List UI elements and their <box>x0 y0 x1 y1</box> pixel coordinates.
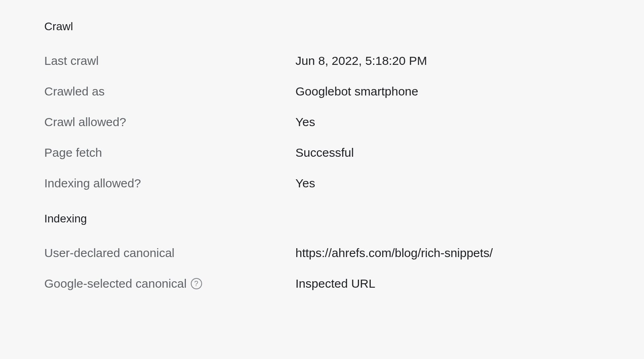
help-icon[interactable]: ? <box>191 278 202 289</box>
crawl-section: Crawl Last crawl Jun 8, 2022, 5:18:20 PM… <box>44 20 600 190</box>
user-declared-canonical-value: https://ahrefs.com/blog/rich-snippets/ <box>295 246 493 260</box>
indexing-allowed-label: Indexing allowed? <box>44 176 295 190</box>
crawled-as-value: Googlebot smartphone <box>295 85 418 98</box>
page-fetch-value: Successful <box>295 146 354 160</box>
crawl-heading: Crawl <box>44 20 600 33</box>
user-declared-canonical-label: User-declared canonical <box>44 246 295 260</box>
page-fetch-label: Page fetch <box>44 146 295 160</box>
indexing-section: Indexing User-declared canonical https:/… <box>44 212 600 291</box>
indexing-allowed-value: Yes <box>295 176 315 190</box>
last-crawl-row: Last crawl Jun 8, 2022, 5:18:20 PM <box>44 54 600 68</box>
last-crawl-value: Jun 8, 2022, 5:18:20 PM <box>295 54 427 68</box>
google-selected-canonical-label: Google-selected canonical ? <box>44 277 295 291</box>
crawled-as-label: Crawled as <box>44 85 295 98</box>
crawl-allowed-value: Yes <box>295 115 315 129</box>
google-selected-canonical-label-text: Google-selected canonical <box>44 277 187 291</box>
crawled-as-row: Crawled as Googlebot smartphone <box>44 85 600 98</box>
user-declared-canonical-row: User-declared canonical https://ahrefs.c… <box>44 246 600 260</box>
page-fetch-row: Page fetch Successful <box>44 146 600 160</box>
indexing-allowed-row: Indexing allowed? Yes <box>44 176 600 190</box>
crawl-allowed-label: Crawl allowed? <box>44 115 295 129</box>
last-crawl-label: Last crawl <box>44 54 295 68</box>
crawl-allowed-row: Crawl allowed? Yes <box>44 115 600 129</box>
google-selected-canonical-value: Inspected URL <box>295 277 375 291</box>
indexing-heading: Indexing <box>44 212 600 225</box>
google-selected-canonical-row: Google-selected canonical ? Inspected UR… <box>44 277 600 291</box>
